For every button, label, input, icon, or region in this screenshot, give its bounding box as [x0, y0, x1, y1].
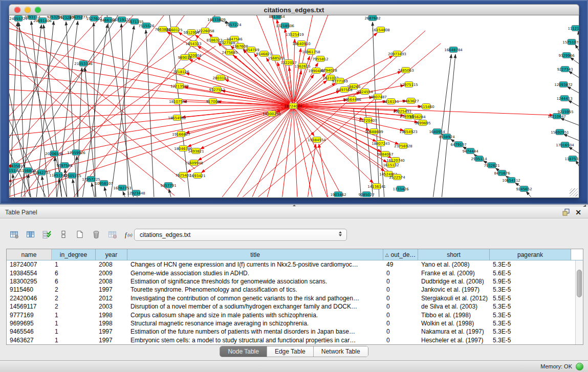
graph-node-label: 13325419 — [286, 33, 304, 37]
graph-node-label: 7485063 — [398, 69, 413, 73]
graph-node-label: 1903462 — [330, 193, 346, 197]
table-tabs: Node TableEdge TableNetwork Table — [220, 346, 368, 357]
table-cell: 5.3E-5 — [490, 320, 571, 327]
table-settings-icon[interactable] — [9, 230, 19, 239]
table-cell: Dudbridge et al. (2008) — [418, 278, 490, 285]
graph-node-label: 19384554 — [308, 138, 326, 142]
sort-ascending-icon: △ — [385, 252, 389, 257]
table-cell: 9465546 — [7, 328, 52, 335]
graph-node-label: 989018 — [178, 56, 192, 60]
close-window-button[interactable] — [14, 7, 20, 13]
delete-icon[interactable] — [91, 230, 101, 239]
column-header-in_degree[interactable]: in_degree — [52, 249, 96, 260]
table-panel-content: f(x) citations_edges.txt namein_degreeye… — [0, 218, 588, 360]
table-cell: 14569117 — [7, 303, 52, 310]
table-row[interactable]: 1872400712008Changes of HCN gene express… — [7, 260, 575, 269]
graph-node-label: 3824554 — [357, 90, 373, 94]
table-row[interactable]: 2242004622012Investigating the contribut… — [7, 294, 575, 302]
table-row[interactable]: 911546021997Tourette syndrome. Phenomeno… — [7, 286, 575, 294]
graph-node-label: 1244413 — [556, 97, 572, 101]
network-window-titlebar[interactable]: citations_edges.txt — [9, 4, 579, 15]
table-column-icon[interactable] — [26, 230, 36, 239]
network-canvas[interactable]: 2405572420931142069140692532961523287710… — [9, 15, 579, 198]
table-scrollbar[interactable] — [575, 260, 583, 344]
node-table: namein_degreeyeartitle△out_de…shortpager… — [6, 249, 583, 345]
table-row[interactable]: 1456911722003Disruption of a novel membe… — [7, 302, 575, 311]
graph-node-label: 16782753 — [113, 186, 132, 190]
graph-node-label: 5493821 — [188, 149, 204, 154]
tab-node-table[interactable]: Node Table — [220, 346, 267, 357]
table-cell: Estimation of significance thresholds fo… — [127, 278, 383, 285]
column-header-out_de[interactable]: △out_de… — [383, 249, 418, 260]
graph-node-label: 15720407 — [359, 119, 377, 123]
network-graph[interactable]: 2405572420931142069140692532961523287710… — [9, 15, 579, 197]
table-row[interactable]: 946362711997Embryonic stem cells: a mode… — [7, 336, 575, 344]
column-header-title[interactable]: title — [127, 249, 383, 260]
graph-node-label: 1568520 — [268, 56, 284, 60]
table-cell: 0 — [383, 303, 418, 310]
table-cell: Franke et al. (2009) — [418, 270, 490, 277]
table-cell: 6 — [52, 270, 96, 277]
row-pair-icon[interactable] — [58, 230, 69, 239]
graph-node-label: 10654112 — [502, 179, 520, 183]
resize-grip[interactable] — [570, 188, 578, 196]
graph-node-label: 8813054 — [269, 15, 285, 19]
table-cell: Changes of HCN gene expression and I(f) … — [127, 261, 383, 268]
minimize-window-button[interactable] — [25, 7, 31, 13]
graph-node-label: 9085027 — [358, 193, 374, 197]
column-header-year[interactable]: year — [96, 249, 127, 260]
column-header-short[interactable]: short — [418, 249, 490, 260]
select-rows-icon[interactable] — [42, 230, 52, 239]
tab-edge-table[interactable]: Edge Table — [267, 346, 313, 357]
graph-node-label: 10807487 — [368, 95, 387, 99]
table-cell: de Silva et al. (2003) — [418, 303, 490, 310]
function-icon[interactable]: f(x) — [124, 230, 134, 239]
table-cell: 2 — [52, 286, 96, 293]
zoom-window-button[interactable] — [35, 7, 41, 13]
graph-node-label: 1047546 — [226, 37, 243, 41]
table-cell: 2008 — [96, 278, 127, 285]
close-panel-icon[interactable]: ✕ — [574, 208, 583, 216]
table-cell: 1997 — [96, 337, 127, 344]
tab-network-table[interactable]: Network Table — [313, 346, 368, 357]
table-scrollbar-thumb[interactable] — [577, 270, 582, 297]
graph-node-label: 13942737 — [32, 171, 51, 175]
table-cell: Tourette syndrome. Phenomenology and cla… — [127, 286, 383, 293]
table-row[interactable]: 969969511998Structural magnetic resonanc… — [7, 319, 575, 327]
table-row[interactable]: 1830029562008Estimation of significance … — [7, 277, 575, 286]
graph-node-label: 17359926 — [67, 151, 85, 155]
float-panel-icon[interactable] — [561, 208, 571, 216]
column-header-name[interactable]: name — [7, 249, 52, 260]
graph-node-label: 16210647 — [548, 115, 566, 119]
table-cell: 2 — [52, 303, 96, 310]
table-header-row: namein_degreeyeartitle△out_de…shortpager… — [7, 249, 583, 260]
graph-node-label: 1640954 — [429, 130, 445, 134]
graph-node-label: 18807243 — [372, 142, 390, 146]
graph-node-label: 1733426 — [393, 187, 409, 191]
graph-node-label: 2475685 — [222, 51, 237, 55]
table-body: 1872400712008Changes of HCN gene express… — [7, 260, 575, 344]
table-select-dropdown[interactable]: citations_edges.txt — [134, 229, 347, 241]
table-panel-header: Table Panel ✕ — [0, 207, 588, 218]
table-cell: Nakamura et al. (1997) — [418, 328, 490, 335]
new-file-icon[interactable] — [75, 230, 85, 239]
table-row[interactable]: 946554611997Estimation of the future num… — [7, 327, 575, 336]
graph-node-label: 9474444 — [462, 149, 478, 154]
graph-node-label: 18107554 — [169, 100, 187, 104]
graph-node-label: 20973493 — [388, 52, 406, 56]
table-toolbar: f(x) — [9, 227, 140, 242]
graph-node-label: 16648784 — [444, 48, 463, 52]
memory-status-label: Memory: OK — [540, 363, 572, 369]
graph-node-label: 9777169 — [332, 79, 347, 83]
column-header-pagerank[interactable]: pagerank — [490, 249, 571, 260]
delete-table-icon[interactable] — [107, 230, 118, 239]
table-cell: 5.5E-5 — [490, 295, 571, 302]
graph-node-label: 1615132 — [383, 163, 399, 167]
table-row[interactable]: 1938455462009Genome-wide association stu… — [7, 269, 575, 277]
table-row[interactable]: 977716911998Corpus callosum shape and si… — [7, 311, 575, 319]
graph-node-label: 9146821 — [256, 52, 272, 56]
table-cell: Corpus callosum shape and size in male p… — [127, 312, 383, 319]
graph-node-label: 7932621 — [484, 164, 499, 168]
memory-ok-icon — [576, 363, 583, 370]
table-cell: 0 — [383, 320, 418, 327]
